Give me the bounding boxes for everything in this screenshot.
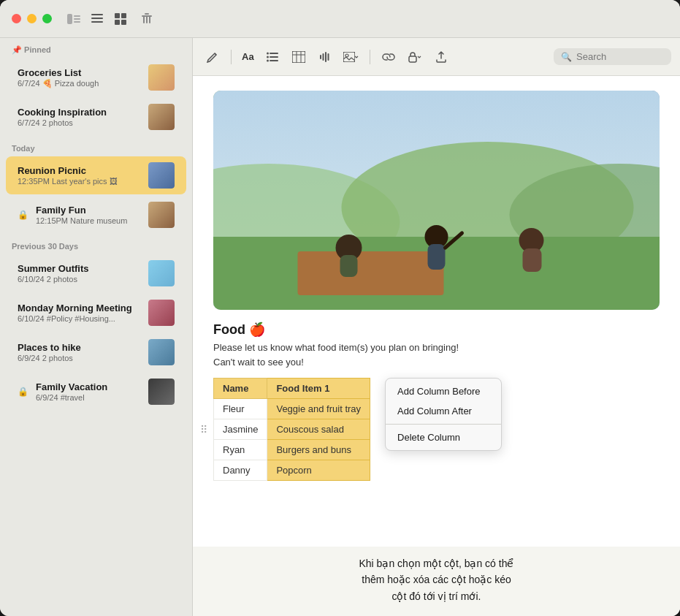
link-button[interactable] (378, 46, 400, 68)
app-window: 📌 Pinned Groceries List 6/7/24 🍕 Pizza d… (0, 0, 680, 616)
note-thumbnail (148, 339, 175, 365)
traffic-lights (12, 14, 52, 23)
note-meta: 12:15PM Nature museum (36, 216, 142, 225)
svg-rect-6 (91, 21, 103, 23)
svg-point-31 (345, 54, 348, 57)
svg-rect-21 (270, 60, 278, 61)
sidebar-toolbar (64, 9, 157, 29)
note-title: Family Fun (36, 205, 142, 216)
note-meta: 12:35PM Last year's pics 🖼 (18, 177, 142, 186)
close-button[interactable] (12, 14, 21, 23)
note-meta: 6/7/24 🍕 Pizza dough (18, 79, 142, 88)
table-button[interactable] (288, 46, 310, 68)
note-item-family-fun[interactable]: 🔒 Family Fun 12:15PM Nature museum (6, 196, 186, 234)
svg-rect-2 (74, 18, 80, 20)
minimize-button[interactable] (27, 14, 37, 23)
hero-image (213, 91, 660, 310)
pin-icon: 📌 (12, 45, 24, 54)
note-thumbnail (148, 260, 175, 286)
note-item-cooking[interactable]: Cooking Inspiration 6/7/24 2 photos (6, 98, 186, 136)
note-content: Để thêm bảng, hãy bấm vào nút Bảng. (193, 76, 680, 547)
previous-section-label: Previous 30 Days (0, 235, 192, 254)
svg-rect-7 (115, 13, 120, 18)
note-meta: 6/9/24 #travel (36, 393, 142, 402)
separator (231, 50, 232, 64)
table-row: Fleur Veggie and fruit tray (214, 399, 370, 419)
svg-rect-45 (523, 248, 542, 272)
delete-column-item[interactable]: Delete Column (386, 427, 501, 447)
table-drag-handle[interactable]: ⠿ (200, 424, 207, 436)
note-title: Family Vacation (36, 381, 142, 392)
note-meta: 6/10/24 #Policy #Housing... (18, 314, 142, 323)
table-wrapper: ⠿ Name Food Item 1 Fleur Veggie and frui… (213, 378, 370, 481)
today-section-label: Today (0, 137, 192, 156)
note-title: Reunion Picnic (18, 165, 142, 176)
note-title-main: Food 🍎 (213, 322, 660, 338)
context-menu: Add Column Before Add Column After Delet… (385, 378, 502, 451)
svg-point-18 (267, 56, 269, 58)
table-row: Jasmine Couscous salad (214, 419, 370, 440)
list-button[interactable] (261, 46, 283, 68)
maximize-button[interactable] (42, 14, 52, 23)
svg-rect-3 (74, 21, 80, 23)
svg-rect-27 (322, 53, 324, 61)
note-title: Places to hike (18, 342, 142, 353)
bottom-annotation: Khi bạn chọn một cột, bạn có thể thêm ho… (193, 547, 680, 616)
table-row: Ryan Burgers and buns (214, 440, 370, 460)
svg-rect-9 (115, 20, 120, 25)
svg-point-20 (267, 59, 269, 61)
sidebar: 📌 Pinned Groceries List 6/7/24 🍕 Pizza d… (0, 38, 193, 616)
svg-rect-0 (67, 14, 72, 24)
note-body-text: Please let us know what food item(s) you… (213, 341, 660, 369)
search-icon: 🔍 (561, 52, 572, 62)
note-item-family-vacation[interactable]: 🔒 Family Vacation 6/9/24 #travel (6, 373, 186, 411)
svg-rect-1 (74, 15, 80, 17)
add-column-before-item[interactable]: Add Column Before (386, 381, 501, 401)
delete-button[interactable] (137, 9, 157, 29)
list-view-button[interactable] (87, 9, 107, 29)
compose-button[interactable] (202, 46, 224, 68)
svg-rect-28 (325, 52, 326, 62)
note-thumbnail (148, 104, 175, 130)
note-thumbnail (148, 379, 175, 405)
toggle-sidebar-button[interactable] (64, 9, 84, 29)
menu-divider (386, 424, 501, 425)
svg-rect-8 (121, 13, 126, 18)
pinned-section-label: 📌 Pinned (0, 38, 192, 58)
table-header-name: Name (214, 379, 267, 399)
note-meta: 6/7/24 2 photos (18, 118, 142, 127)
note-meta: 6/10/24 2 photos (18, 275, 142, 284)
grid-view-button[interactable] (110, 9, 131, 29)
note-item-groceries[interactable]: Groceries List 6/7/24 🍕 Pizza dough (6, 58, 186, 96)
svg-rect-15 (149, 16, 150, 23)
note-item-summer-outfits[interactable]: Summer Outfits 6/10/24 2 photos (6, 254, 186, 292)
format-text-button[interactable]: Aa (239, 46, 257, 68)
note-title: Cooking Inspiration (18, 107, 142, 118)
note-title: Monday Morning Meeting (18, 303, 142, 313)
add-column-after-item[interactable]: Add Column After (386, 401, 501, 421)
lock-button[interactable] (404, 46, 426, 68)
svg-point-16 (267, 52, 269, 54)
separator (370, 50, 370, 64)
note-item-hike[interactable]: Places to hike 6/9/24 2 photos (6, 333, 186, 371)
svg-rect-12 (145, 13, 149, 15)
svg-rect-40 (340, 255, 358, 277)
svg-rect-5 (91, 18, 103, 19)
media-button[interactable] (340, 46, 362, 68)
svg-rect-4 (91, 14, 103, 15)
svg-rect-29 (327, 53, 329, 61)
svg-rect-38 (298, 251, 444, 295)
svg-rect-13 (143, 16, 145, 23)
table-row: Danny Popcorn (214, 460, 370, 481)
svg-rect-26 (320, 55, 321, 59)
svg-rect-32 (409, 56, 416, 62)
note-thumbnail (148, 162, 175, 189)
note-item-meeting[interactable]: Monday Morning Meeting 6/10/24 #Policy #… (6, 294, 186, 332)
search-box[interactable]: 🔍 (554, 48, 671, 65)
audio-button[interactable] (314, 46, 336, 68)
editor-area: Aa (193, 38, 680, 616)
note-item-reunion[interactable]: Reunion Picnic 12:35PM Last year's pics … (6, 156, 186, 194)
search-input[interactable] (576, 51, 664, 62)
export-button[interactable] (430, 46, 452, 68)
note-thumbnail (148, 202, 175, 228)
